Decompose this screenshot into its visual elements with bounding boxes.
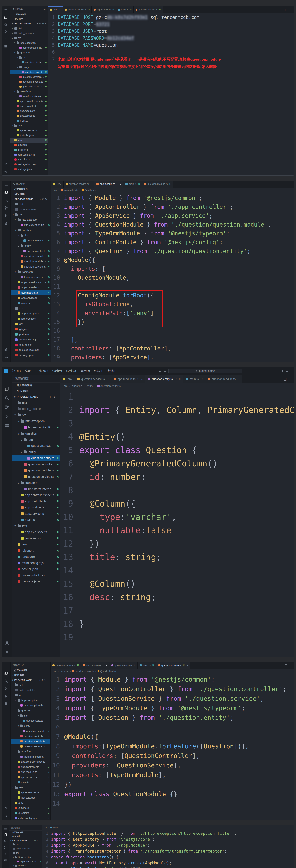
editor-tab[interactable]: question.module.tsU xyxy=(134,6,163,13)
file-tree-row[interactable]: .prettierrcU xyxy=(10,147,48,152)
file-tree-row[interactable]: .prettierrcU xyxy=(10,810,50,815)
file-tree-row[interactable]: question.module.tsU xyxy=(12,467,60,474)
section-npm-scripts[interactable]: ›NPM 脚本 xyxy=(10,192,51,197)
new-folder-icon[interactable]: ⊞ xyxy=(42,679,43,681)
file-tree-row[interactable]: app.module.tsU xyxy=(10,108,48,113)
folder-row[interactable]: ∨test xyxy=(12,523,60,529)
editor-tab[interactable]: .env xyxy=(60,375,75,383)
editor-tab[interactable]: main.tsU xyxy=(124,181,142,188)
file-tree-row[interactable]: app.module.tsU xyxy=(10,769,50,775)
folder-row[interactable]: ∨question xyxy=(9,864,42,868)
split-editor-icon[interactable]: ◫ xyxy=(285,183,287,186)
menu-item[interactable]: 文件(F) xyxy=(9,369,23,373)
folder-row[interactable]: ∨dto xyxy=(10,233,51,238)
run-debug-icon[interactable] xyxy=(2,693,10,699)
editor[interactable]: 1import { HttpExceptionFilter } from './… xyxy=(42,830,294,868)
new-file-icon[interactable]: + xyxy=(48,395,49,398)
folder-row[interactable]: ∨http-exception xyxy=(10,217,51,222)
breadcrumb-item[interactable]: question xyxy=(60,670,69,673)
extensions-icon[interactable] xyxy=(2,43,10,49)
file-tree-row[interactable]: question.controller.tsU xyxy=(10,734,50,739)
breadcrumb-item[interactable]: src xyxy=(53,670,56,673)
folder-row[interactable]: ∨entity xyxy=(10,723,50,728)
file-tree-row[interactable]: app.controller.spec.tsU xyxy=(10,759,50,764)
breadcrumb-item[interactable]: app.module.ts xyxy=(61,189,78,191)
search-icon[interactable] xyxy=(2,839,9,843)
folder-row[interactable]: ›node_modules xyxy=(9,846,42,851)
file-tree-row[interactable]: .envU xyxy=(12,541,60,548)
file-tree-row[interactable]: app.module.tsU xyxy=(10,290,51,295)
file-tree-row[interactable]: http-exception.filter.tsU xyxy=(10,703,50,708)
menu-icon[interactable] xyxy=(2,376,12,383)
extensions-icon[interactable] xyxy=(2,858,9,862)
editor-tab[interactable]: question.module.tsU xyxy=(142,181,173,188)
folder-row[interactable]: ∨src xyxy=(10,212,51,217)
split-editor-icon[interactable]: ◫ xyxy=(285,8,288,11)
editor-tab[interactable]: question.service.tsU xyxy=(51,662,81,669)
file-tree-row[interactable]: nest-cli.jsonU xyxy=(10,157,48,162)
file-tree-row[interactable]: question.entity.tsU xyxy=(10,728,50,734)
layout-secondary-sidebar-icon[interactable] xyxy=(290,370,292,372)
explorer-icon[interactable] xyxy=(2,671,10,676)
file-tree-row[interactable]: package.jsonU xyxy=(10,167,48,172)
editor-tab[interactable]: question.entity.tsU× xyxy=(145,375,183,383)
file-tree-row[interactable]: .gitignoreU xyxy=(10,143,48,147)
editor-more-icon[interactable]: ⋯ xyxy=(289,664,292,667)
file-tree-row[interactable]: transform.interceptor.tsU xyxy=(10,275,51,280)
refresh-explorer-icon[interactable]: ↻ xyxy=(42,22,44,25)
file-tree-row[interactable]: app-e2e-spec.tsU xyxy=(10,128,48,133)
account-icon[interactable] xyxy=(2,162,10,167)
breadcrumb-item[interactable]: src xyxy=(54,189,57,191)
file-tree-row[interactable]: .prettierrcU xyxy=(12,554,60,560)
split-editor-icon[interactable]: ◫ xyxy=(284,377,287,381)
breadcrumb-item[interactable]: main.ts xyxy=(50,826,59,829)
breadcrumb-item[interactable]: AppModule xyxy=(82,189,96,191)
new-folder-icon[interactable]: ⊞ xyxy=(50,395,52,398)
settings-gear-icon[interactable] xyxy=(2,649,12,655)
collapse-folders-icon[interactable]: − xyxy=(47,679,49,681)
editor-tab[interactable]: app.module.tsU● xyxy=(81,662,109,669)
file-tree-row[interactable]: question.dto.tsU xyxy=(10,238,51,243)
menu-icon[interactable] xyxy=(2,826,9,831)
editor[interactable]: 12import { Entity, Column, PrimaryGenera… xyxy=(60,389,294,657)
file-tree-row[interactable]: http-exception.filter.tsU xyxy=(12,424,60,431)
explorer-icon[interactable] xyxy=(2,833,9,837)
file-tree-row[interactable]: package-lock.json xyxy=(10,347,51,352)
source-control-icon[interactable] xyxy=(2,845,9,850)
more-actions-icon[interactable]: ⋯ xyxy=(55,377,57,380)
tab-close-icon[interactable]: × xyxy=(179,377,181,381)
layout-panel-icon[interactable] xyxy=(286,370,288,372)
breadcrumb-item[interactable]: src xyxy=(45,826,47,829)
file-tree-row[interactable]: jest-e2e.jsonU xyxy=(10,316,51,321)
split-editor-icon[interactable]: ◫ xyxy=(285,664,287,667)
breadcrumb-item[interactable]: question xyxy=(72,384,82,388)
file-tree-row[interactable]: jest-e2e.jsonU xyxy=(10,795,50,800)
refresh-explorer-icon[interactable]: ↻ xyxy=(53,395,56,398)
editor[interactable]: 1import { Module } from '@nestjs/common'… xyxy=(51,192,294,362)
source-control-icon[interactable] xyxy=(2,205,10,211)
search-icon[interactable] xyxy=(2,22,10,27)
breadcrumb-item[interactable]: question.module.ts xyxy=(72,670,94,673)
breadcrumb-item[interactable]: entity xyxy=(86,384,93,388)
file-tree-row[interactable]: app.controller.tsU xyxy=(10,764,50,770)
source-control-icon[interactable] xyxy=(2,29,10,34)
folder-row[interactable]: ∨dto xyxy=(10,713,50,718)
file-tree-row[interactable]: question.module.tsU xyxy=(10,79,48,84)
editor-tab[interactable]: question.service.tsU xyxy=(63,181,95,188)
folder-row[interactable]: ∨test xyxy=(10,306,51,311)
folder-row[interactable]: ∨src xyxy=(9,851,42,855)
menu-item[interactable]: 选择(S) xyxy=(37,369,50,373)
menu-item[interactable]: 终端(T) xyxy=(92,369,105,373)
editor-tab[interactable]: question.entity.tsU xyxy=(109,662,138,669)
file-tree-row[interactable]: http-exception.filter.tsU xyxy=(10,45,48,50)
project-root-row[interactable]: ∨PROJECT-NAME+⊞↻− xyxy=(10,196,51,202)
file-tree-row[interactable]: app.service.tsU xyxy=(10,775,50,780)
editor-tab[interactable]: question.module.tsU xyxy=(205,375,242,383)
file-tree-row[interactable]: package.jsonU xyxy=(10,352,51,358)
menu-icon[interactable] xyxy=(2,8,10,13)
breadcrumb-item[interactable]: QuestionModule xyxy=(98,670,117,673)
file-tree-row[interactable]: app.service.tsU xyxy=(10,113,48,118)
file-tree-row[interactable]: question.dto.tsU xyxy=(10,60,48,65)
file-tree-row[interactable]: app.controller.tsU xyxy=(10,104,48,108)
tab-close-icon[interactable]: × xyxy=(59,8,61,11)
